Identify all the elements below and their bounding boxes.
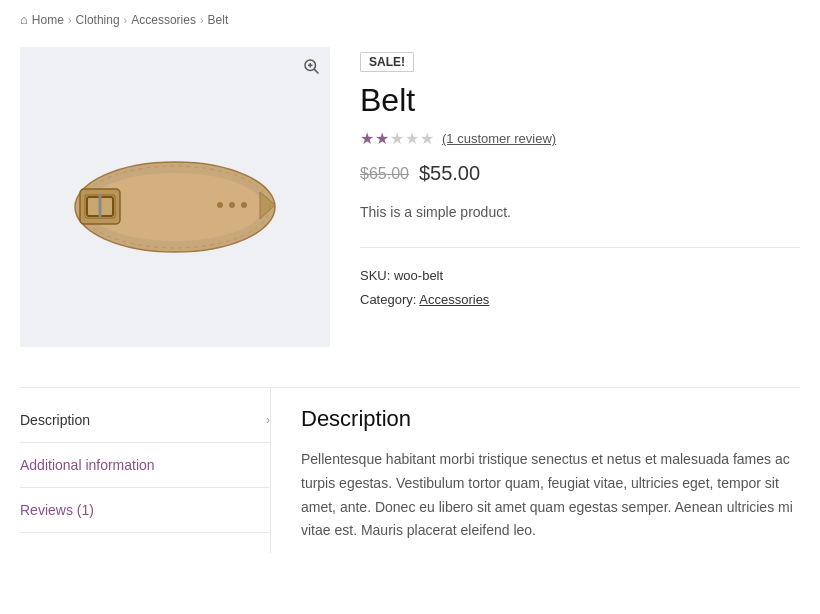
product-title: Belt: [360, 82, 800, 119]
category-label: Category:: [360, 292, 416, 307]
sale-badge: SALE!: [360, 52, 414, 72]
product-image: [65, 117, 285, 277]
product-image-wrapper: [20, 47, 330, 347]
tab-content-title: Description: [301, 398, 800, 432]
breadcrumb-home[interactable]: Home: [32, 13, 64, 27]
tab-additional-info-label: Additional information: [20, 457, 155, 473]
star-rating: ★ ★ ★ ★ ★: [360, 129, 434, 148]
breadcrumb-sep-2: ›: [124, 14, 128, 26]
breadcrumb-clothing[interactable]: Clothing: [76, 13, 120, 27]
breadcrumb: ⌂ Home › Clothing › Accessories › Belt: [20, 12, 800, 27]
breadcrumb-accessories[interactable]: Accessories: [131, 13, 196, 27]
product-meta: SKU: woo-belt Category: Accessories: [360, 247, 800, 311]
review-link[interactable]: (1 customer review): [442, 131, 556, 146]
breadcrumb-sep-3: ›: [200, 14, 204, 26]
star-2: ★: [375, 129, 389, 148]
tab-reviews-label: Reviews (1): [20, 502, 94, 518]
breadcrumb-current: Belt: [208, 13, 229, 27]
price-row: $65.00 $55.00: [360, 162, 800, 185]
price-sale: $55.00: [419, 162, 480, 185]
star-5: ★: [420, 129, 434, 148]
tab-content-text: Pellentesque habitant morbi tristique se…: [301, 448, 800, 543]
price-original: $65.00: [360, 165, 409, 183]
product-info: SALE! Belt ★ ★ ★ ★ ★ (1 customer review)…: [360, 47, 800, 347]
star-3: ★: [390, 129, 404, 148]
breadcrumb-sep-1: ›: [68, 14, 72, 26]
svg-point-6: [217, 202, 223, 208]
tabs-section: Description › Additional information Rev…: [20, 387, 800, 553]
svg-line-1: [314, 69, 318, 73]
rating-row: ★ ★ ★ ★ ★ (1 customer review): [360, 129, 800, 148]
product-section: SALE! Belt ★ ★ ★ ★ ★ (1 customer review)…: [20, 47, 800, 347]
tab-additional-info[interactable]: Additional information: [20, 443, 270, 488]
star-1: ★: [360, 129, 374, 148]
sku-label: SKU:: [360, 268, 390, 283]
tabs-sidebar: Description › Additional information Rev…: [20, 388, 270, 553]
tabs-content: Description Pellentesque habitant morbi …: [270, 388, 800, 553]
sku-row: SKU: woo-belt: [360, 264, 800, 287]
zoom-icon[interactable]: [302, 57, 320, 79]
product-short-description: This is a simple product.: [360, 201, 800, 223]
home-icon: ⌂: [20, 12, 28, 27]
star-4: ★: [405, 129, 419, 148]
tab-description[interactable]: Description ›: [20, 398, 270, 443]
category-row: Category: Accessories: [360, 288, 800, 311]
svg-point-8: [241, 202, 247, 208]
svg-point-7: [229, 202, 235, 208]
category-link[interactable]: Accessories: [419, 292, 489, 307]
page-wrapper: ⌂ Home › Clothing › Accessories › Belt: [0, 0, 820, 573]
tab-description-label: Description: [20, 412, 90, 428]
sku-value: woo-belt: [394, 268, 443, 283]
tab-reviews[interactable]: Reviews (1): [20, 488, 270, 533]
